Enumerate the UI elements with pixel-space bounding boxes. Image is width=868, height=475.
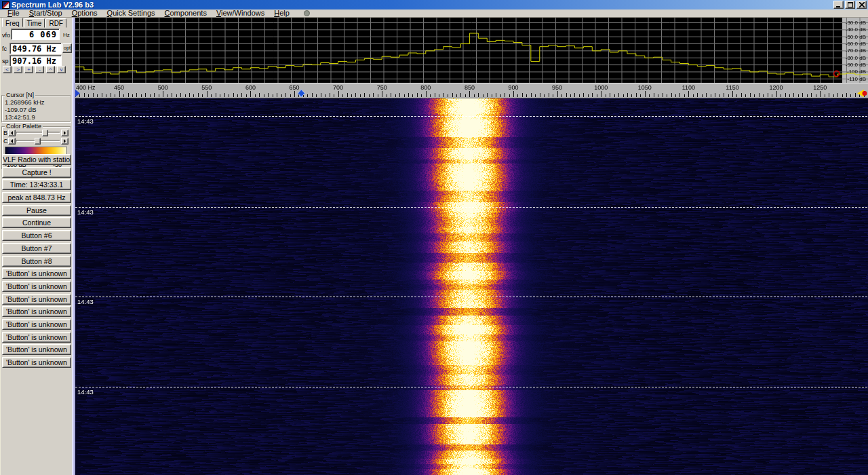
vfo-label: vfo — [2, 32, 10, 39]
unknown-button[interactable]: 'Button' is unknown — [2, 319, 71, 330]
tune-plus-button[interactable]: + — [24, 66, 33, 73]
unknown-button[interactable]: 'Button' is unknown — [2, 294, 71, 305]
capture-button[interactable]: Capture ! — [2, 167, 71, 178]
unknown-button[interactable]: 'Button' is unknown — [2, 281, 71, 292]
tab-rdf[interactable]: RDF — [45, 18, 66, 28]
vfo-unit-label: Hz — [63, 32, 70, 38]
waterfall-canvas[interactable] — [75, 98, 868, 475]
menu-view-windows[interactable]: View/Windows — [212, 10, 269, 17]
menu-help[interactable]: Help — [269, 10, 294, 17]
cursor-info-box: Cursor [N] 1.268966 kHz -109.07 dB 13:42… — [1, 95, 71, 122]
menu-quick-settings[interactable]: Quick Settings — [102, 10, 160, 17]
unknown-button[interactable]: 'Button' is unknown — [2, 344, 71, 355]
spectrum-graph-canvas[interactable] — [75, 18, 868, 83]
brightness-label: B — [3, 130, 8, 136]
button-7[interactable]: Button #7 — [2, 243, 71, 254]
close-button[interactable] — [856, 1, 867, 9]
fc-input[interactable] — [9, 43, 62, 54]
unknown-button[interactable]: 'Button' is unknown — [2, 357, 71, 368]
contrast-right-arrow[interactable] — [61, 138, 68, 145]
tune-up-button[interactable]: ^ — [46, 66, 55, 73]
waterfall-timestamp: 14:43 — [77, 208, 94, 216]
time-button[interactable]: Time: 13:43:33.1 — [2, 179, 71, 190]
sp-label: sp — [2, 58, 9, 64]
tab-time[interactable]: Time — [24, 18, 45, 28]
tune-right-button[interactable]: > — [14, 66, 22, 73]
cursor-level: -109.07 dB — [2, 106, 70, 113]
arrow-right-icon — [64, 139, 68, 143]
tune-left-button[interactable]: < — [3, 66, 12, 73]
menu-options[interactable]: Options — [67, 10, 102, 17]
fc-label: fc — [2, 45, 7, 52]
frequency-ruler-canvas[interactable] — [75, 83, 868, 98]
menu-bar: File Start/Stop Options Quick Settings C… — [0, 10, 868, 18]
pause-button[interactable]: Pause — [2, 205, 71, 216]
maximize-icon — [848, 2, 853, 7]
brightness-slider[interactable] — [16, 132, 60, 134]
arrow-left-icon — [9, 131, 13, 135]
waterfall-timestamp: 14:43 — [77, 117, 94, 125]
title-bar[interactable]: Spectrum Lab V2.96 b3 — [0, 0, 868, 10]
cursor-box-title: Cursor [N] — [5, 92, 35, 98]
menu-components[interactable]: Components — [160, 10, 212, 17]
unknown-button[interactable]: 'Button' is unknown — [2, 306, 71, 317]
app-icon — [2, 1, 9, 9]
window-title: Spectrum Lab V2.96 b3 — [12, 1, 94, 10]
vfo-input[interactable] — [11, 28, 60, 40]
contrast-label: C — [3, 138, 8, 145]
contrast-slider-thumb[interactable] — [35, 138, 41, 145]
cursor-frequency: 1.268966 kHz — [2, 98, 70, 106]
waterfall-timestamp: 14:43 — [77, 388, 94, 396]
minimize-icon — [836, 2, 842, 7]
tab-freq[interactable]: Freq — [2, 18, 23, 27]
tune-down-button[interactable]: v — [57, 66, 66, 73]
arrow-right-icon — [64, 131, 68, 135]
menu-file[interactable]: File — [3, 10, 24, 17]
unknown-button[interactable]: 'Button' is unknown — [2, 332, 71, 343]
maximize-button[interactable] — [845, 1, 855, 9]
menu-start-stop[interactable]: Start/Stop — [24, 10, 67, 17]
unknown-button[interactable]: 'Button' is unknown — [2, 268, 71, 279]
button-6[interactable]: Button #6 — [2, 230, 71, 241]
fc-opt-button[interactable]: opt — [62, 43, 72, 53]
arrow-left-icon — [9, 139, 13, 143]
sp-input[interactable] — [9, 55, 62, 66]
programmable-buttons: VLF Radio with station.. Capture ! Time:… — [2, 154, 71, 368]
panel-tabs: Freq Time RDF — [2, 18, 67, 28]
close-icon — [859, 2, 865, 7]
peak-button[interactable]: peak at 848.73 Hz — [2, 192, 71, 203]
waterfall-timestamp: 14:43 — [77, 298, 94, 305]
button-8[interactable]: Button #8 — [2, 256, 71, 267]
brightness-right-arrow[interactable] — [61, 130, 68, 136]
contrast-slider[interactable] — [16, 140, 60, 142]
continue-button[interactable]: Continue — [2, 217, 71, 228]
status-led-icon — [304, 10, 310, 16]
brightness-slider-thumb[interactable] — [42, 130, 48, 136]
minimize-button[interactable] — [833, 1, 844, 9]
brightness-left-arrow[interactable] — [8, 130, 16, 136]
tune-minus-button[interactable]: - — [35, 66, 44, 73]
control-panel: Freq Time RDF vfo Hz fc opt sp < > + - ^… — [0, 18, 72, 475]
vlf-radio-button[interactable]: VLF Radio with station.. — [2, 154, 71, 165]
cursor-time: 13:42:51.9 — [2, 113, 70, 121]
contrast-left-arrow[interactable] — [8, 138, 16, 145]
tune-buttons: < > + - ^ v — [3, 66, 66, 73]
